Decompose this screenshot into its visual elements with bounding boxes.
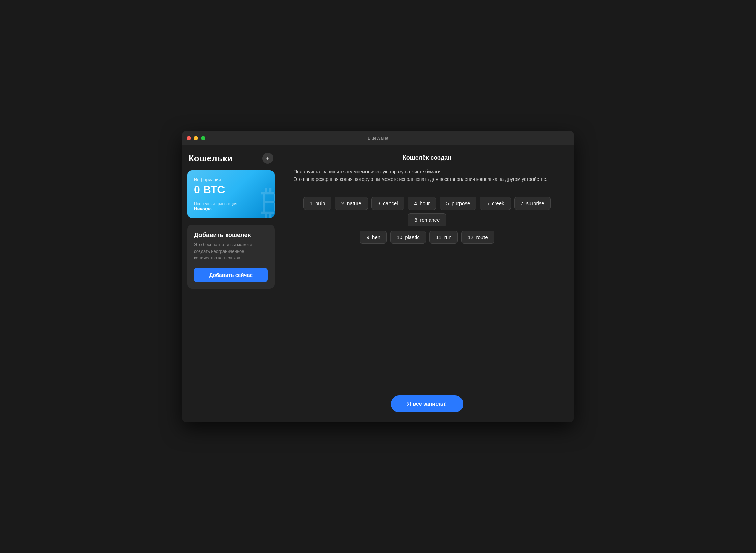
titlebar: BlueWallet — [182, 131, 574, 145]
wallet-last-tx-value: Никогда — [194, 206, 268, 211]
main-description: Пожалуйста, запишите эту мнемоническую ф… — [293, 168, 561, 183]
main-content: Кошелёк создан Пожалуйста, запишите эту … — [280, 145, 574, 422]
add-wallet-button[interactable]: Добавить сейчас — [194, 268, 268, 282]
mnemonic-word: 10. plastic — [390, 231, 426, 244]
wallet-card[interactable]: ₿ Информация 0 ВТС Последняя транзакция … — [187, 170, 275, 218]
sidebar: Кошельки + ₿ Информация 0 ВТС Последняя … — [182, 145, 280, 422]
description-line2: Это ваша резервная копия, которую вы мож… — [293, 176, 547, 182]
wallet-info-label: Информация — [194, 177, 268, 182]
add-wallet-description: Это бесплатно, и вы можете создать неогр… — [194, 241, 268, 261]
mnemonic-word: 4. hour — [408, 197, 436, 210]
window-title: BlueWallet — [368, 136, 388, 141]
app-window: BlueWallet Кошельки + ₿ Информация 0 ВТС… — [182, 131, 574, 422]
minimize-button[interactable] — [194, 136, 198, 140]
mnemonic-word: 5. purpose — [440, 197, 476, 210]
wallet-last-tx-label: Последняя транзакция — [194, 201, 268, 206]
sidebar-header: Кошельки + — [187, 153, 275, 164]
app-body: Кошельки + ₿ Информация 0 ВТС Последняя … — [182, 145, 574, 422]
description-line1: Пожалуйста, запишите эту мнемоническую ф… — [293, 169, 442, 174]
mnemonic-word: 12. route — [461, 231, 494, 244]
mnemonic-word: 3. cancel — [371, 197, 404, 210]
bitcoin-icon: ₿ — [261, 183, 275, 218]
mnemonic-word: 7. surprise — [514, 197, 551, 210]
mnemonic-word: 2. nature — [335, 197, 368, 210]
mnemonic-word: 8. romance — [408, 213, 446, 226]
mnemonic-row-1: 1. bulb2. nature3. cancel4. hour5. purpo… — [293, 197, 561, 226]
wallet-balance: 0 ВТС — [194, 184, 268, 196]
add-wallet-icon-button[interactable]: + — [262, 153, 273, 164]
mnemonic-word: 6. creek — [480, 197, 511, 210]
add-wallet-title: Добавить кошелёк — [194, 232, 268, 239]
mnemonic-word: 11. run — [429, 231, 458, 244]
mnemonic-row-2: 9. hen10. plastic11. run12. route — [360, 231, 494, 244]
mnemonic-container: 1. bulb2. nature3. cancel4. hour5. purpo… — [293, 197, 561, 244]
maximize-button[interactable] — [201, 136, 205, 140]
confirm-written-button[interactable]: Я всё записал! — [391, 395, 463, 412]
add-wallet-card: Добавить кошелёк Это бесплатно, и вы мож… — [187, 225, 275, 289]
sidebar-title: Кошельки — [189, 153, 232, 164]
mnemonic-word: 9. hen — [360, 231, 387, 244]
main-heading: Кошелёк создан — [293, 154, 561, 161]
mnemonic-word: 1. bulb — [303, 197, 331, 210]
close-button[interactable] — [187, 136, 191, 140]
window-controls — [187, 136, 205, 140]
